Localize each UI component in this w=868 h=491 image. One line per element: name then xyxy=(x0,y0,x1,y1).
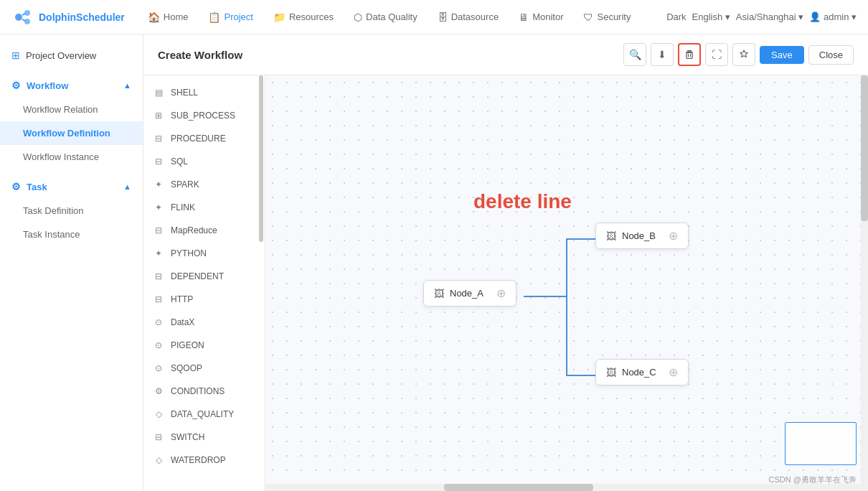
task-item-sqoop[interactable]: ⊙ SQOOP xyxy=(143,357,265,380)
editor-toolbar: 🔍 ⬇ ⛶ xyxy=(623,43,854,66)
datax-icon: ⊙ xyxy=(152,316,165,329)
task-item-spark[interactable]: ✦ SPARK xyxy=(143,173,265,196)
sidebar-section-task: ⚙ Task ▲ Task Definition Task Instance xyxy=(0,172,143,249)
node-c-add[interactable]: ⊕ xyxy=(669,365,678,379)
dataquality-icon: ⬡ xyxy=(354,11,362,23)
sidebar: ⊞ Project Overview ⚙ Workflow ▲ Workflow… xyxy=(0,34,143,491)
task-item-mapreduce[interactable]: ⊟ MapReduce xyxy=(143,219,265,242)
dependent-icon: ⊟ xyxy=(152,270,165,283)
workflow-editor: Create Workflow 🔍 ⬇ ⛶ xyxy=(143,34,868,491)
minimap[interactable] xyxy=(785,422,857,465)
task-item-switch[interactable]: ⊟ SWITCH xyxy=(143,426,265,449)
dag-settings-button[interactable] xyxy=(732,43,755,66)
procedure-icon: ⊟ xyxy=(152,132,165,145)
node-a-label: Node_A xyxy=(450,288,483,299)
sidebar-item-workflow-definition[interactable]: Workflow Definition xyxy=(0,121,143,145)
language-selector[interactable]: English ▾ xyxy=(692,11,730,22)
svg-rect-7 xyxy=(687,53,692,59)
delete-line-button[interactable] xyxy=(678,43,701,66)
canvas-scrollbar-vertical[interactable] xyxy=(861,75,868,491)
nav-home[interactable]: 🏠 Home xyxy=(139,7,197,27)
node-a-add[interactable]: ⊕ xyxy=(496,286,506,300)
sqoop-icon: ⊙ xyxy=(152,362,165,375)
download-button[interactable]: ⬇ xyxy=(651,43,674,66)
mapreduce-icon: ⊟ xyxy=(152,224,165,237)
sidebar-item-workflow-relation[interactable]: Workflow Relation xyxy=(0,98,143,121)
logo-text: DolphinScheduler xyxy=(39,11,125,23)
nav-monitor[interactable]: 🖥 Monitor xyxy=(510,7,572,27)
canvas-scrollbar-v-thumb[interactable] xyxy=(861,75,868,221)
canvas-scrollbar-h-thumb[interactable] xyxy=(444,484,593,491)
waterdrop-icon: ◇ xyxy=(152,454,165,467)
sidebar-item-task-instance[interactable]: Task Instance xyxy=(0,223,143,246)
nav-dataquality[interactable]: ⬡ Data Quality xyxy=(345,7,426,27)
task-panel-scroll: ▤ SHELL ⊞ SUB_PROCESS ⊟ PROCEDURE ⊟ xyxy=(143,75,265,477)
data-quality-icon: ◇ xyxy=(152,408,165,421)
trash-icon xyxy=(684,49,695,60)
logo-icon xyxy=(11,6,34,29)
logo[interactable]: DolphinScheduler xyxy=(11,6,125,29)
python-icon: ✦ xyxy=(152,247,165,260)
node-c[interactable]: 🖼 Node_C ⊕ xyxy=(595,359,689,385)
task-item-http[interactable]: ⊟ HTTP xyxy=(143,288,265,311)
svg-point-2 xyxy=(24,19,30,24)
svg-rect-6 xyxy=(686,52,693,52)
task-item-sql[interactable]: ⊟ SQL xyxy=(143,150,265,173)
task-panel-scrollbar[interactable] xyxy=(259,75,263,242)
editor-body: ▤ SHELL ⊞ SUB_PROCESS ⊟ PROCEDURE ⊟ xyxy=(143,75,868,491)
project-overview-icon: ⊞ xyxy=(11,50,20,61)
task-item-shell[interactable]: ▤ SHELL xyxy=(143,81,265,104)
search-button[interactable]: 🔍 xyxy=(623,43,646,66)
node-b[interactable]: 🖼 Node_B ⊕ xyxy=(595,223,689,249)
svg-point-0 xyxy=(15,14,22,21)
node-b-add[interactable]: ⊕ xyxy=(669,229,678,243)
task-panel: ▤ SHELL ⊞ SUB_PROCESS ⊟ PROCEDURE ⊟ xyxy=(143,75,265,491)
node-b-label: Node_B xyxy=(622,230,656,241)
canvas-area[interactable]: 🖼 Node_A ⊕ 🖼 Node_B ⊕ 🖼 Node_C ⊕ xyxy=(265,75,868,491)
sidebar-item-task[interactable]: ⚙ Task ▲ xyxy=(0,174,143,199)
task-item-waterdrop[interactable]: ◇ WATERDROP xyxy=(143,449,265,472)
task-item-conditions[interactable]: ⚙ CONDITIONS xyxy=(143,380,265,403)
workflow-chevron: ▲ xyxy=(123,81,131,90)
user-menu[interactable]: 👤 admin ▾ xyxy=(809,11,857,22)
task-item-pigeon[interactable]: ⊙ PIGEON xyxy=(143,334,265,357)
security-icon: 🛡 xyxy=(583,11,593,23)
spark-icon: ✦ xyxy=(152,178,165,191)
node-a[interactable]: 🖼 Node_A ⊕ xyxy=(423,280,516,307)
svg-rect-5 xyxy=(687,50,692,52)
nav-security[interactable]: 🛡 Security xyxy=(575,7,639,27)
timezone-selector[interactable]: Asia/Shanghai ▾ xyxy=(736,11,803,22)
fullscreen-button[interactable]: ⛶ xyxy=(705,43,728,66)
sidebar-item-workflow-instance[interactable]: Workflow Instance xyxy=(0,145,143,169)
node-c-label: Node_C xyxy=(622,367,656,378)
home-icon: 🏠 xyxy=(148,11,160,23)
task-item-python[interactable]: ✦ PYTHON xyxy=(143,242,265,265)
flink-icon: ✦ xyxy=(152,201,165,214)
editor-header: Create Workflow 🔍 ⬇ ⛶ xyxy=(143,34,868,75)
sidebar-section-project: ⊞ Project Overview xyxy=(0,40,143,70)
nav-resources[interactable]: 📁 Resources xyxy=(265,7,342,27)
conditions-icon: ⚙ xyxy=(152,385,165,398)
nav-project[interactable]: 📋 Project xyxy=(199,7,261,27)
watermark: CSDN @勇敢羊羊在飞奔 xyxy=(769,474,857,485)
task-item-sub-process[interactable]: ⊞ SUB_PROCESS xyxy=(143,104,265,127)
task-item-flink[interactable]: ✦ FLINK xyxy=(143,196,265,219)
sidebar-item-workflow[interactable]: ⚙ Workflow ▲ xyxy=(0,73,143,98)
sidebar-item-task-definition[interactable]: Task Definition xyxy=(0,199,143,223)
task-item-data-quality[interactable]: ◇ DATA_QUALITY xyxy=(143,403,265,426)
sidebar-item-project-overview[interactable]: ⊞ Project Overview xyxy=(0,43,143,67)
task-item-datax[interactable]: ⊙ DataX xyxy=(143,311,265,334)
sql-icon: ⊟ xyxy=(152,155,165,168)
task-item-procedure[interactable]: ⊟ PROCEDURE xyxy=(143,127,265,150)
theme-toggle[interactable]: Dark xyxy=(666,11,686,22)
save-button[interactable]: Save xyxy=(760,46,804,64)
workflow-icon: ⚙ xyxy=(11,80,21,91)
node-b-icon: 🖼 xyxy=(606,230,616,242)
close-button[interactable]: Close xyxy=(808,45,854,65)
shell-icon: ▤ xyxy=(152,86,165,99)
task-item-dependent[interactable]: ⊟ DEPENDENT xyxy=(143,265,265,288)
settings-icon xyxy=(738,49,750,60)
nav-datasource[interactable]: 🗄 Datasource xyxy=(429,7,507,27)
resources-icon: 📁 xyxy=(273,11,286,23)
node-a-icon: 🖼 xyxy=(434,288,444,299)
